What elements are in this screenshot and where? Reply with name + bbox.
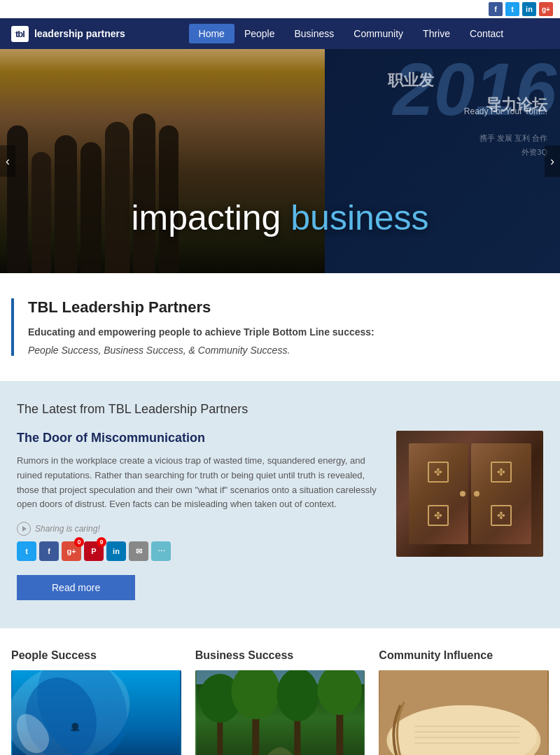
forest-svg [195, 670, 365, 755]
facebook-top-icon[interactable]: f [489, 2, 503, 16]
share-email[interactable]: ✉ [129, 541, 148, 561]
latest-section: The Latest from TBL Leadership Partners … [0, 381, 560, 628]
hero-chinese-2: 导力论坛 [486, 95, 547, 116]
nav-people[interactable]: People [234, 24, 285, 43]
main-nav: Home People Business Community Thrive Co… [153, 24, 549, 43]
nav-contact[interactable]: Contact [460, 24, 513, 43]
svg-point-14 [276, 670, 318, 721]
latest-section-title: The Latest from TBL Leadership Partners [17, 402, 543, 417]
twitter-top-icon[interactable]: t [505, 2, 519, 16]
door-ornament-3: ✤ [491, 462, 512, 483]
hero-tags: 携手 发展 互利 合作 [479, 133, 547, 144]
pinterest-count: 9 [97, 537, 106, 547]
article-body: Rumors in the workplace create a vicious… [17, 454, 382, 512]
hero-subtitle: 外资3Q [522, 147, 547, 158]
logo-abbr: tbl [11, 26, 29, 42]
people-image [11, 670, 181, 755]
share-twitter[interactable]: t [17, 541, 36, 561]
nav-thrive[interactable]: Thrive [413, 24, 460, 43]
share-facebook[interactable]: f [39, 541, 59, 561]
page-title: TBL Leadership Partners [28, 298, 532, 317]
share-pinterest[interactable]: P9 [84, 541, 104, 561]
business-section: Business Success [195, 649, 365, 755]
bottom-sections: People Success [0, 628, 560, 755]
read-more-button[interactable]: Read more [17, 575, 135, 600]
community-section-title: Community Influence [379, 649, 549, 662]
door-ornament-4: ✤ [491, 505, 512, 526]
share-more[interactable]: ⋯ [151, 541, 171, 561]
business-image [195, 670, 365, 755]
site-tagline: Educating and empowering people to achie… [28, 326, 532, 338]
svg-rect-5 [71, 729, 79, 731]
hero-prev-button[interactable]: ‹ [0, 146, 15, 177]
wave-svg [11, 670, 181, 755]
article-image: ✤ ✤ ✤ ✤ [396, 431, 543, 557]
hero-main-text: impacting business [0, 198, 560, 238]
nav-community[interactable]: Community [344, 24, 413, 43]
gplus-top-icon[interactable]: g+ [539, 2, 553, 16]
door-ornament-2: ✤ [428, 505, 449, 526]
people-section: People Success [11, 649, 181, 755]
community-image [379, 670, 549, 755]
sharing-label: Sharing is caring! [35, 524, 100, 534]
community-section: Community Influence [379, 649, 549, 755]
hero-slider: 2016 Ready For Your Tom... 职业发 导力论坛 携手 发… [0, 49, 560, 273]
site-sub-tagline: People Success, Business Success, & Comm… [28, 345, 532, 356]
logo[interactable]: tbl leadership partners [11, 26, 125, 42]
nav-home[interactable]: Home [189, 24, 234, 43]
share-icons-row: t f g+0 P9 in ✉ ⋯ [17, 541, 382, 561]
svg-point-4 [71, 723, 78, 730]
linkedin-top-icon[interactable]: in [522, 2, 536, 16]
article-title: The Door of Miscommunication [17, 431, 382, 445]
book-svg [379, 670, 549, 755]
logo-text: leadership partners [34, 28, 125, 40]
hero-next-button[interactable]: › [545, 146, 560, 177]
door-ornament-1: ✤ [428, 462, 449, 483]
share-gplus[interactable]: g+0 [62, 541, 81, 561]
people-section-title: People Success [11, 649, 181, 662]
business-section-title: Business Success [195, 649, 365, 662]
nav-business[interactable]: Business [285, 24, 344, 43]
share-linkedin[interactable]: in [106, 541, 126, 561]
gplus-count: 0 [74, 537, 84, 547]
hero-chinese-1: 职业发 [388, 70, 434, 91]
